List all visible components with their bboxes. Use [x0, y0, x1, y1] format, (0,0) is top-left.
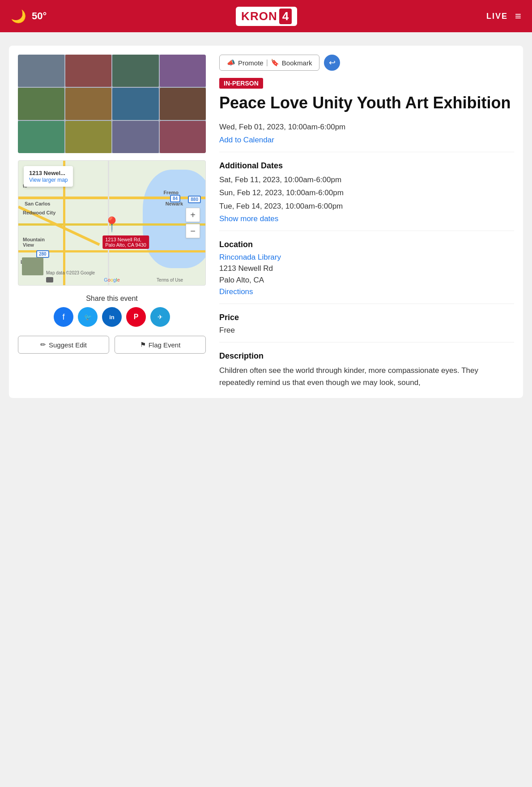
img-cell: [112, 88, 159, 120]
share-section: Share this event f 🐦 in P ✈: [18, 295, 206, 327]
map-label-san-carlos: San Carlos: [25, 201, 50, 206]
divider: [219, 304, 514, 304]
menu-icon[interactable]: ≡: [515, 10, 521, 22]
map-pin: 📍: [103, 216, 121, 233]
share-buttons: f 🐦 in P ✈: [18, 307, 206, 327]
img-cell: [18, 55, 64, 87]
share-linkedin-button[interactable]: in: [102, 307, 122, 327]
img-cell: [160, 88, 206, 120]
view-larger-map-link[interactable]: View larger map: [29, 177, 68, 183]
map-pin-label: 1213 Newell Rd,Palo Alto, CA 9430: [102, 235, 149, 249]
additional-dates-title: Additional Dates: [219, 161, 514, 171]
show-more-dates-link[interactable]: Show more dates: [219, 214, 514, 223]
logo-4-text: 4: [279, 9, 292, 24]
location-address-line1: 1213 Newell Rd: [219, 263, 514, 274]
header-right: LIVE ≡: [486, 10, 521, 22]
add-to-calendar-link[interactable]: Add to Calendar: [219, 136, 274, 144]
location-name-link[interactable]: Rinconada Library: [219, 253, 514, 262]
logo-kron-text: KRON: [241, 9, 277, 23]
google-maps-logo: Google: [104, 277, 120, 282]
share-twitter-button[interactable]: 🐦: [78, 307, 98, 327]
flag-event-button[interactable]: ⚑ Flag Event: [115, 336, 206, 354]
map-container[interactable]: te Fremo San Carlos Redwood City Mountai…: [18, 160, 206, 286]
additional-date-2: Sun, Feb 12, 2023, 10:00am-6:00pm: [219, 187, 514, 199]
share-pinterest-button[interactable]: P: [126, 307, 146, 327]
map-zoom-out-button[interactable]: −: [186, 224, 200, 238]
map-tooltip: 1213 Newel... View larger map: [24, 166, 73, 187]
img-cell: [65, 88, 112, 120]
back-arrow-icon: ↩: [329, 58, 336, 68]
promote-icon: 📣: [227, 59, 235, 67]
map-background: te Fremo San Carlos Redwood City Mountai…: [18, 161, 205, 285]
additional-date-3: Tue, Feb 14, 2023, 10:00am-6:00pm: [219, 201, 514, 212]
map-zoom-in-button[interactable]: +: [186, 208, 200, 222]
map-label-view: View: [23, 242, 34, 248]
site-header: 🌙 50° KRON 4 LIVE ≡: [0, 0, 532, 32]
bookmark-label: Bookmark: [282, 59, 312, 67]
promo-bar: 📣 Promote | 🔖 Bookmark ↩: [219, 55, 514, 71]
left-column: te Fremo San Carlos Redwood City Mountai…: [18, 55, 206, 389]
share-title: Share this event: [18, 295, 206, 303]
event-image: [18, 55, 206, 153]
img-cell: [18, 88, 64, 120]
map-label-redwood: Redwood City: [23, 210, 55, 215]
img-cell: [112, 55, 159, 87]
location-address-line2: Palo Alto, CA: [219, 274, 514, 286]
bookmark-icon: 🔖: [271, 59, 279, 67]
img-cell: [112, 121, 159, 153]
map-data-credit: Map data ©2023 Google: [46, 270, 95, 275]
map-label-mountain: Mountain: [23, 237, 45, 242]
divider: [219, 231, 514, 231]
map-zoom-controls: + −: [186, 208, 200, 238]
share-telegram-button[interactable]: ✈: [150, 307, 170, 327]
highway-badge-880: 880: [188, 196, 201, 203]
event-card: te Fremo San Carlos Redwood City Mountai…: [9, 46, 523, 398]
temperature: 50°: [32, 10, 47, 22]
map-thumbnail: [22, 257, 43, 275]
share-facebook-button[interactable]: f: [54, 307, 73, 327]
suggest-edit-label: Suggest Edit: [49, 341, 87, 349]
price-section-title: Price: [219, 313, 514, 322]
right-column: 📣 Promote | 🔖 Bookmark ↩ IN-PERSON Peace…: [219, 55, 514, 389]
location-section-title: Location: [219, 240, 514, 249]
promo-separator: |: [266, 59, 268, 67]
action-buttons: ✏ Suggest Edit ⚑ Flag Event: [18, 336, 206, 354]
event-title: Peace Love Unity Youth Art Exhibition: [219, 93, 514, 112]
description-section-title: Description: [219, 351, 514, 361]
img-cell: [160, 121, 206, 153]
map-terms: Terms of Use: [157, 278, 183, 282]
flag-event-label: Flag Event: [149, 341, 181, 349]
img-cell: [160, 55, 206, 87]
highway-badge-84: 84: [170, 195, 180, 202]
map-tooltip-title: 1213 Newel...: [29, 170, 68, 176]
suggest-edit-button[interactable]: ✏ Suggest Edit: [18, 336, 109, 354]
promote-label: Promote: [238, 59, 264, 67]
flag-icon: ⚑: [140, 341, 146, 349]
img-cell: [18, 121, 64, 153]
divider: [219, 342, 514, 342]
img-cell: [65, 121, 112, 153]
weather-icon: 🌙: [11, 9, 26, 24]
promote-button[interactable]: 📣 Promote | 🔖 Bookmark: [219, 55, 319, 71]
header-left: 🌙 50°: [11, 9, 47, 24]
img-cell: [65, 55, 112, 87]
divider: [219, 152, 514, 152]
map-keyboard-icon: [46, 277, 53, 282]
price-value: Free: [219, 326, 514, 335]
in-person-badge: IN-PERSON: [219, 78, 263, 89]
back-button[interactable]: ↩: [324, 55, 340, 71]
directions-link[interactable]: Directions: [219, 287, 514, 296]
highway-badge-280: 280: [36, 250, 49, 258]
site-logo[interactable]: KRON 4: [236, 7, 297, 26]
live-badge: LIVE: [486, 12, 508, 21]
primary-date: Wed, Feb 01, 2023, 10:00am-6:00pm: [219, 121, 514, 133]
edit-icon: ✏: [40, 341, 46, 349]
image-grid: [18, 55, 206, 153]
additional-date-1: Sat, Feb 11, 2023, 10:00am-6:00pm: [219, 174, 514, 186]
description-text: Children often see the world through kin…: [219, 364, 514, 389]
